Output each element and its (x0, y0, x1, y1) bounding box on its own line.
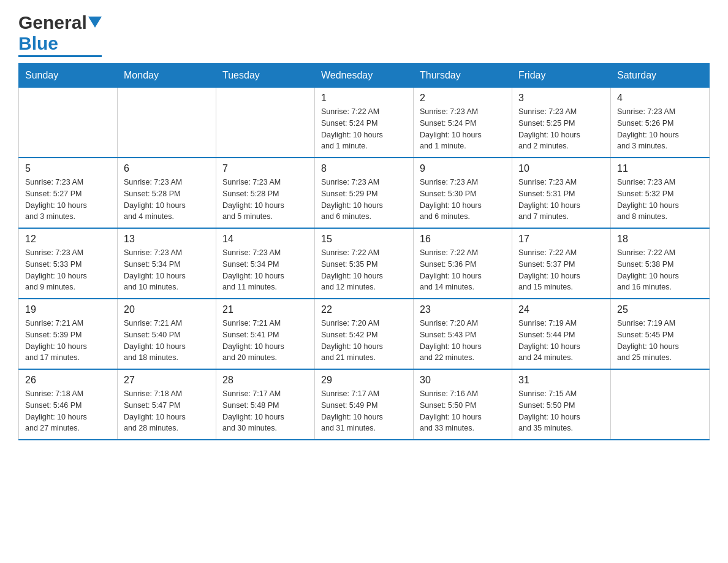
calendar-cell: 26Sunrise: 7:18 AM Sunset: 5:46 PM Dayli… (19, 369, 118, 440)
day-number: 14 (222, 234, 308, 245)
calendar-cell: 20Sunrise: 7:21 AM Sunset: 5:40 PM Dayli… (118, 299, 216, 369)
day-number: 31 (518, 375, 604, 386)
day-number: 1 (321, 93, 407, 104)
day-info: Sunrise: 7:23 AM Sunset: 5:26 PM Dayligh… (617, 106, 703, 152)
day-info: Sunrise: 7:19 AM Sunset: 5:45 PM Dayligh… (617, 318, 703, 364)
calendar-cell: 18Sunrise: 7:22 AM Sunset: 5:38 PM Dayli… (611, 228, 710, 299)
logo: General Blue (18, 12, 102, 57)
calendar-cell: 2Sunrise: 7:23 AM Sunset: 5:24 PM Daylig… (414, 88, 512, 158)
day-info: Sunrise: 7:22 AM Sunset: 5:24 PM Dayligh… (321, 106, 407, 152)
page-header: General Blue (18, 12, 710, 57)
day-number: 20 (124, 304, 210, 315)
calendar-header: SundayMondayTuesdayWednesdayThursdayFrid… (19, 64, 710, 88)
calendar-body: 1Sunrise: 7:22 AM Sunset: 5:24 PM Daylig… (19, 88, 710, 440)
day-info: Sunrise: 7:23 AM Sunset: 5:29 PM Dayligh… (321, 177, 407, 223)
day-header-monday: Monday (118, 64, 216, 88)
calendar-cell: 10Sunrise: 7:23 AM Sunset: 5:31 PM Dayli… (512, 158, 611, 228)
day-number: 30 (420, 375, 506, 386)
day-info: Sunrise: 7:23 AM Sunset: 5:33 PM Dayligh… (25, 247, 111, 293)
calendar-cell: 30Sunrise: 7:16 AM Sunset: 5:50 PM Dayli… (414, 369, 512, 440)
day-info: Sunrise: 7:22 AM Sunset: 5:37 PM Dayligh… (518, 247, 604, 293)
day-number: 28 (222, 375, 308, 386)
calendar-cell: 5Sunrise: 7:23 AM Sunset: 5:27 PM Daylig… (19, 158, 118, 228)
calendar-cell (611, 369, 710, 440)
calendar-cell: 9Sunrise: 7:23 AM Sunset: 5:30 PM Daylig… (414, 158, 512, 228)
calendar-cell: 6Sunrise: 7:23 AM Sunset: 5:28 PM Daylig… (118, 158, 216, 228)
day-info: Sunrise: 7:20 AM Sunset: 5:42 PM Dayligh… (321, 318, 407, 364)
calendar-cell: 8Sunrise: 7:23 AM Sunset: 5:29 PM Daylig… (315, 158, 414, 228)
day-number: 26 (25, 375, 111, 386)
day-number: 25 (617, 304, 703, 315)
day-number: 15 (321, 234, 407, 245)
calendar-cell: 1Sunrise: 7:22 AM Sunset: 5:24 PM Daylig… (315, 88, 414, 158)
day-info: Sunrise: 7:18 AM Sunset: 5:46 PM Dayligh… (25, 388, 111, 434)
day-info: Sunrise: 7:23 AM Sunset: 5:31 PM Dayligh… (518, 177, 604, 223)
calendar-cell: 11Sunrise: 7:23 AM Sunset: 5:32 PM Dayli… (611, 158, 710, 228)
day-number: 7 (222, 163, 308, 174)
calendar-week-3: 12Sunrise: 7:23 AM Sunset: 5:33 PM Dayli… (19, 228, 710, 299)
day-number: 6 (124, 163, 210, 174)
day-number: 10 (518, 163, 604, 174)
day-number: 27 (124, 375, 210, 386)
day-info: Sunrise: 7:21 AM Sunset: 5:39 PM Dayligh… (25, 318, 111, 364)
calendar-week-1: 1Sunrise: 7:22 AM Sunset: 5:24 PM Daylig… (19, 88, 710, 158)
day-info: Sunrise: 7:23 AM Sunset: 5:28 PM Dayligh… (222, 177, 308, 223)
calendar-cell: 29Sunrise: 7:17 AM Sunset: 5:49 PM Dayli… (315, 369, 414, 440)
day-headers-row: SundayMondayTuesdayWednesdayThursdayFrid… (19, 64, 710, 88)
day-header-wednesday: Wednesday (315, 64, 414, 88)
calendar-week-4: 19Sunrise: 7:21 AM Sunset: 5:39 PM Dayli… (19, 299, 710, 369)
day-info: Sunrise: 7:15 AM Sunset: 5:50 PM Dayligh… (518, 388, 604, 434)
day-number: 11 (617, 163, 703, 174)
calendar-cell: 13Sunrise: 7:23 AM Sunset: 5:34 PM Dayli… (118, 228, 216, 299)
day-info: Sunrise: 7:20 AM Sunset: 5:43 PM Dayligh… (420, 318, 506, 364)
day-info: Sunrise: 7:18 AM Sunset: 5:47 PM Dayligh… (124, 388, 210, 434)
day-info: Sunrise: 7:23 AM Sunset: 5:30 PM Dayligh… (420, 177, 506, 223)
calendar-cell: 7Sunrise: 7:23 AM Sunset: 5:28 PM Daylig… (216, 158, 315, 228)
calendar-cell (118, 88, 216, 158)
day-number: 22 (321, 304, 407, 315)
day-number: 13 (124, 234, 210, 245)
day-info: Sunrise: 7:22 AM Sunset: 5:36 PM Dayligh… (420, 247, 506, 293)
day-number: 8 (321, 163, 407, 174)
logo-text-blue: Blue (18, 33, 58, 54)
calendar-cell: 16Sunrise: 7:22 AM Sunset: 5:36 PM Dayli… (414, 228, 512, 299)
day-number: 24 (518, 304, 604, 315)
day-number: 18 (617, 234, 703, 245)
calendar-cell: 31Sunrise: 7:15 AM Sunset: 5:50 PM Dayli… (512, 369, 611, 440)
day-number: 3 (518, 93, 604, 104)
calendar-cell: 17Sunrise: 7:22 AM Sunset: 5:37 PM Dayli… (512, 228, 611, 299)
calendar-cell (19, 88, 118, 158)
calendar-cell: 4Sunrise: 7:23 AM Sunset: 5:26 PM Daylig… (611, 88, 710, 158)
day-header-tuesday: Tuesday (216, 64, 315, 88)
calendar-week-2: 5Sunrise: 7:23 AM Sunset: 5:27 PM Daylig… (19, 158, 710, 228)
calendar-cell: 12Sunrise: 7:23 AM Sunset: 5:33 PM Dayli… (19, 228, 118, 299)
calendar-cell: 21Sunrise: 7:21 AM Sunset: 5:41 PM Dayli… (216, 299, 315, 369)
day-info: Sunrise: 7:21 AM Sunset: 5:41 PM Dayligh… (222, 318, 308, 364)
day-info: Sunrise: 7:23 AM Sunset: 5:25 PM Dayligh… (518, 106, 604, 152)
calendar-cell: 28Sunrise: 7:17 AM Sunset: 5:48 PM Dayli… (216, 369, 315, 440)
day-number: 19 (25, 304, 111, 315)
day-number: 4 (617, 93, 703, 104)
day-info: Sunrise: 7:17 AM Sunset: 5:48 PM Dayligh… (222, 388, 308, 434)
day-header-sunday: Sunday (19, 64, 118, 88)
logo-text-general: General (18, 12, 87, 33)
day-info: Sunrise: 7:19 AM Sunset: 5:44 PM Dayligh… (518, 318, 604, 364)
day-info: Sunrise: 7:23 AM Sunset: 5:27 PM Dayligh… (25, 177, 111, 223)
day-info: Sunrise: 7:21 AM Sunset: 5:40 PM Dayligh… (124, 318, 210, 364)
day-info: Sunrise: 7:16 AM Sunset: 5:50 PM Dayligh… (420, 388, 506, 434)
logo-triangle-icon (88, 17, 102, 30)
day-number: 23 (420, 304, 506, 315)
calendar-cell: 24Sunrise: 7:19 AM Sunset: 5:44 PM Dayli… (512, 299, 611, 369)
day-number: 29 (321, 375, 407, 386)
svg-marker-0 (88, 17, 102, 28)
calendar-cell: 22Sunrise: 7:20 AM Sunset: 5:42 PM Dayli… (315, 299, 414, 369)
day-info: Sunrise: 7:23 AM Sunset: 5:28 PM Dayligh… (124, 177, 210, 223)
day-number: 12 (25, 234, 111, 245)
calendar-cell: 27Sunrise: 7:18 AM Sunset: 5:47 PM Dayli… (118, 369, 216, 440)
day-header-saturday: Saturday (611, 64, 710, 88)
day-number: 5 (25, 163, 111, 174)
calendar-cell: 25Sunrise: 7:19 AM Sunset: 5:45 PM Dayli… (611, 299, 710, 369)
logo-underline (18, 55, 102, 57)
day-number: 21 (222, 304, 308, 315)
day-header-friday: Friday (512, 64, 611, 88)
